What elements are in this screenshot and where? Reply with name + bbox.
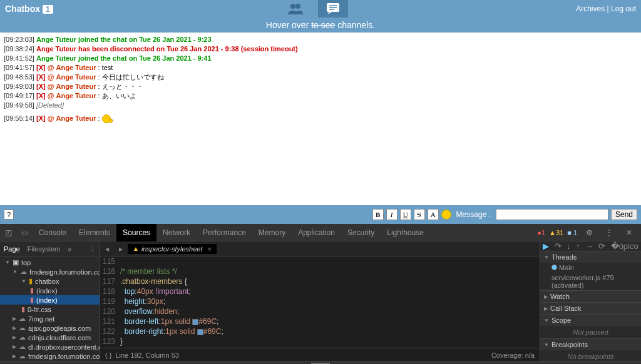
warning-badge[interactable]: ▲31 [549, 229, 563, 236]
debug-item[interactable]: serviceworker.js #79 (activated) [540, 273, 641, 290]
separator: : [96, 73, 102, 81]
message-line: [09:23:03] Ange Tuteur joined the chat o… [4, 35, 637, 44]
debug-section-header[interactable]: ▶Call Stack [540, 303, 641, 314]
timestamp: [09:38:24] [4, 45, 34, 53]
username[interactable]: Ange Tuteur [56, 92, 96, 99]
devtools-tab-lighthouse[interactable]: Lighthouse [381, 224, 430, 241]
devtools-tab-sources[interactable]: Sources [116, 224, 156, 241]
device-icon[interactable]: ▭ [16, 225, 33, 241]
tree-item[interactable]: ▮(index) [0, 286, 100, 295]
tree-item[interactable]: ▶☁fmdesign.forumotion.com [0, 351, 100, 361]
delete-button[interactable]: [X] [36, 64, 46, 71]
tree-item[interactable]: ▮0-ltr.css [0, 305, 100, 314]
inspect-icon[interactable]: ◰ [0, 225, 16, 241]
delete-button[interactable]: [X] [36, 114, 46, 122]
nav-back-icon[interactable]: ◂ [100, 245, 114, 253]
logout-link[interactable]: Log out [611, 4, 636, 13]
step-out-icon[interactable]: ↑ [576, 241, 580, 251]
username[interactable]: Ange Tuteur [56, 73, 96, 81]
strike-button[interactable]: S [414, 209, 425, 220]
tree-label: top [21, 259, 31, 266]
delete-button[interactable]: [X] [36, 73, 46, 81]
nav-tab-more[interactable]: » [68, 245, 71, 253]
debug-section-header[interactable]: ▶Watch [540, 291, 641, 302]
smiley-button[interactable] [441, 210, 451, 220]
resume-icon[interactable]: ▶ [543, 241, 549, 251]
pause-exc-icon[interactable]: �ópico [611, 241, 638, 251]
timestamp: [09:41:57] [4, 64, 34, 71]
chat-tab[interactable] [318, 0, 348, 18]
devtools-tab-performance[interactable]: Performance [197, 224, 252, 241]
drawer-handle[interactable] [0, 361, 641, 364]
separator: : [96, 64, 102, 71]
tree-item[interactable]: ▼☁fmdesign.forumotion.com [0, 267, 100, 276]
help-button[interactable]: ? [4, 210, 14, 220]
members-bar[interactable]: Hover over to see channels. [0, 18, 641, 33]
chatbox-title: Chatbox 1 [0, 4, 58, 14]
devtools-tab-security[interactable]: Security [341, 224, 381, 241]
bold-button[interactable]: B [372, 209, 384, 220]
italic-button[interactable]: I [386, 209, 397, 220]
username[interactable]: Ange Tuteur [56, 64, 96, 71]
delete-button[interactable]: [X] [36, 92, 46, 99]
message-text: test [102, 64, 113, 71]
message-line: [09:41:57] [X] @ Ange Tuteur : test [4, 63, 637, 73]
deactivate-icon[interactable]: ⟳ [598, 241, 605, 251]
error-badge[interactable]: ●1 [537, 229, 545, 236]
devtools: ◰ ▭ ConsoleElementsSourcesNetworkPerform… [0, 224, 641, 364]
line-number: 121 [100, 316, 120, 326]
tree-item[interactable]: ▶☁cdnjs.cloudflare.com [0, 333, 100, 342]
step-icon[interactable]: → [585, 241, 593, 251]
tree-label: fmdesign.forumotion.com [29, 268, 100, 276]
more-icon[interactable]: ⋮ [601, 225, 617, 241]
svg-point-1 [295, 4, 300, 9]
editor-status-bar: { } Line 192, Column 53 Coverage: n/a [100, 348, 540, 361]
info-badge[interactable]: ■ 1 [567, 229, 577, 236]
devtools-tab-network[interactable]: Network [156, 224, 197, 241]
delete-button[interactable]: [X] [36, 83, 46, 90]
tree-item[interactable]: ▼▣top [0, 258, 100, 267]
devtools-tab-elements[interactable]: Elements [73, 224, 116, 241]
at-symbol: @ [48, 114, 54, 122]
system-join: Ange Tuteur joined the chat on Tue 26 Ja… [36, 54, 212, 62]
underline-button[interactable]: U [400, 209, 411, 220]
tree-item[interactable]: ▶☁dl.dropboxusercontent.com [0, 342, 100, 351]
step-over-icon[interactable]: ↷ [555, 241, 562, 251]
send-button[interactable]: Send [611, 209, 637, 220]
users-tab[interactable] [280, 0, 310, 18]
timestamp: [09:49:17] [4, 92, 34, 99]
tree-label: (index) [36, 296, 58, 304]
devtools-tab-application[interactable]: Application [292, 224, 341, 241]
debug-section-header[interactable]: ▼Breakpoints [540, 339, 641, 350]
close-icon[interactable]: ✕ [621, 225, 637, 241]
settings-icon[interactable]: ⚙ [581, 225, 597, 241]
debug-item[interactable]: Main [540, 263, 641, 273]
nav-fwd-icon[interactable]: ▸ [114, 245, 128, 253]
navigator-tabs: Page Filesystem » ⋮ [0, 241, 100, 256]
devtools-tab-console[interactable]: Console [33, 224, 73, 241]
username[interactable]: Ange Tuteur [56, 83, 96, 90]
tree-item[interactable]: ▮(index) [0, 295, 100, 305]
editor-tab[interactable]: ▲ inspector-stylesheet × [128, 244, 217, 254]
tree-label: ajax.googleapis.com [28, 325, 91, 332]
username[interactable]: Ange Tuteur [56, 114, 96, 122]
brackets-icon[interactable]: { } [105, 351, 111, 359]
tree-item[interactable]: ▶☁7img.net [0, 314, 100, 323]
debug-section-header[interactable]: ▼Scope [540, 315, 641, 326]
message-input[interactable] [496, 209, 608, 220]
tree-label: cdnjs.cloudflare.com [28, 334, 91, 341]
tree-item[interactable]: ▶☁ajax.googleapis.com [0, 323, 100, 333]
color-button[interactable]: A [428, 209, 439, 220]
message-text: あ、いいよ [102, 92, 136, 99]
close-tab-icon[interactable]: × [208, 245, 212, 253]
nav-tab-filesystem[interactable]: Filesystem [28, 245, 61, 253]
devtools-tab-memory[interactable]: Memory [252, 224, 292, 241]
tree-item[interactable]: ▼▮chatbox [0, 276, 100, 286]
at-symbol: @ [48, 73, 54, 81]
debug-section-header[interactable]: ▼Threads [540, 251, 641, 263]
nav-tab-page[interactable]: Page [4, 245, 20, 253]
archives-link[interactable]: Archives [576, 4, 605, 13]
code-editor[interactable]: 115116/* member lists */117.chatbox-memb… [100, 256, 540, 348]
nav-menu-icon[interactable]: ⋮ [89, 245, 96, 253]
step-into-icon[interactable]: ↓ [567, 241, 571, 251]
